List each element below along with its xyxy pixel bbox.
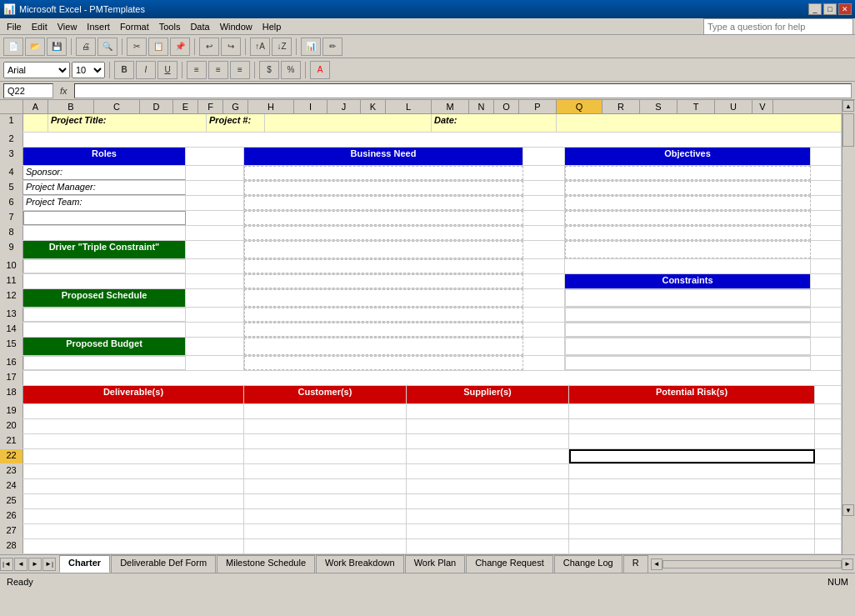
col-header-b[interactable]: B <box>48 100 94 113</box>
col-header-q[interactable]: Q <box>557 100 602 113</box>
cell-constraint16[interactable] <box>565 356 811 370</box>
cell-sup21[interactable] <box>407 434 569 448</box>
cell-sup24[interactable] <box>407 479 569 493</box>
cell-business6[interactable] <box>244 196 523 210</box>
col-header-o[interactable]: O <box>494 100 519 113</box>
col-header-s[interactable]: S <box>640 100 678 113</box>
tab-first-button[interactable]: |◄ <box>0 558 13 571</box>
tab-work-breakdown[interactable]: Work Breakdown <box>316 555 404 573</box>
cell-v19[interactable] <box>815 404 842 418</box>
scroll-up-button[interactable]: ▲ <box>842 100 854 112</box>
col-header-u[interactable]: U <box>715 100 752 113</box>
cell-a14[interactable] <box>23 323 186 337</box>
tab-work-plan[interactable]: Work Plan <box>405 555 466 573</box>
cell-q1-date[interactable]: Date: <box>432 114 557 132</box>
cell-del22[interactable] <box>23 449 244 463</box>
cell-sup25[interactable] <box>407 494 569 508</box>
cell-sponsor[interactable]: Sponsor: <box>23 166 186 180</box>
cell-p4[interactable] <box>523 166 565 180</box>
scroll-thumb[interactable] <box>842 113 854 147</box>
maximize-button[interactable]: □ <box>823 3 837 15</box>
cell-v23[interactable] <box>815 464 842 478</box>
cell-suppliers-header[interactable]: Supplier(s) <box>407 386 569 403</box>
cell-d4[interactable] <box>186 166 244 180</box>
cell-del20[interactable] <box>23 419 244 433</box>
open-button[interactable]: 📂 <box>25 38 45 56</box>
cell-b1-project-title[interactable]: Project Title: <box>48 114 207 132</box>
cell-objectives-header[interactable]: Objectives <box>565 148 811 165</box>
cell-risk20[interactable] <box>569 419 815 433</box>
cell-pm[interactable]: Project Manager: <box>23 181 186 195</box>
scroll-left-button[interactable]: ◄ <box>651 558 662 570</box>
cell-business13[interactable] <box>244 308 523 322</box>
print-button[interactable]: 🖨 <box>76 38 96 56</box>
cell-p12[interactable] <box>523 289 565 307</box>
cell-budget-header[interactable]: Proposed Budget <box>23 338 186 355</box>
cell-constraint14[interactable] <box>565 323 811 337</box>
cell-p15[interactable] <box>523 338 565 355</box>
cell-driver-header[interactable]: Driver "Triple Constraint" <box>23 241 186 258</box>
cell-p14[interactable] <box>523 323 565 337</box>
cell-p13[interactable] <box>523 308 565 322</box>
menu-edit[interactable]: Edit <box>27 21 52 33</box>
cell-d3[interactable] <box>186 148 244 165</box>
horizontal-scrollbar[interactable]: ◄ ► <box>649 555 855 573</box>
cell-d6[interactable] <box>186 196 244 210</box>
cell-sup28[interactable] <box>407 539 569 553</box>
cell-sup27[interactable] <box>407 524 569 538</box>
cell-business8[interactable] <box>244 226 523 240</box>
cell-d13[interactable] <box>186 308 244 322</box>
cell-del26[interactable] <box>23 509 244 523</box>
col-header-p[interactable]: P <box>519 100 557 113</box>
sort-desc-button[interactable]: ↓Z <box>272 38 292 56</box>
cell-cust20[interactable] <box>244 419 407 433</box>
cell-a1[interactable] <box>23 114 48 132</box>
cell-v10[interactable] <box>811 259 842 273</box>
cell-del21[interactable] <box>23 434 244 448</box>
tab-deliverable-def-form[interactable]: Deliverable Def Form <box>111 555 216 573</box>
col-header-a[interactable]: A <box>23 100 48 113</box>
cell-v6[interactable] <box>811 196 842 210</box>
vertical-scrollbar[interactable]: ▲ ▼ <box>842 100 855 554</box>
cell-p10[interactable] <box>523 259 565 273</box>
cell-v11[interactable] <box>811 274 842 288</box>
font-family-select[interactable]: Arial <box>3 62 70 78</box>
cell-p8[interactable] <box>523 226 565 240</box>
currency-button[interactable]: $ <box>259 61 279 79</box>
cell-d14[interactable] <box>186 323 244 337</box>
cell-v22[interactable] <box>815 449 842 463</box>
cell-risk27[interactable] <box>569 524 815 538</box>
col-header-c[interactable]: C <box>94 100 140 113</box>
cell-risk25[interactable] <box>569 494 815 508</box>
cell-constraints-header[interactable]: Constraints <box>565 274 811 288</box>
cell-reference[interactable]: Q22 <box>3 83 53 98</box>
cell-team[interactable]: Project Team: <box>23 196 186 210</box>
cell-risk24[interactable] <box>569 479 815 493</box>
cell-obj7[interactable] <box>565 211 811 225</box>
cell-business16[interactable] <box>244 356 523 370</box>
cell-sup19[interactable] <box>407 404 569 418</box>
cell-sup23[interactable] <box>407 464 569 478</box>
menu-insert[interactable]: Insert <box>82 21 115 33</box>
cell-constraint12[interactable] <box>565 289 811 307</box>
new-button[interactable]: 📄 <box>3 38 23 56</box>
cell-constraint13[interactable] <box>565 308 811 322</box>
drawing-button[interactable]: ✏ <box>322 38 342 56</box>
chart-button[interactable]: 📊 <box>301 38 321 56</box>
cell-v14[interactable] <box>811 323 842 337</box>
cell-roles-header[interactable]: Roles <box>23 148 186 165</box>
col-header-l[interactable]: L <box>386 100 432 113</box>
cell-v25[interactable] <box>815 494 842 508</box>
sort-asc-button[interactable]: ↑A <box>250 38 270 56</box>
cell-a13[interactable] <box>23 308 186 322</box>
menu-format[interactable]: Format <box>115 21 154 33</box>
cell-p16[interactable] <box>523 356 565 370</box>
cell-cust24[interactable] <box>244 479 407 493</box>
cell-del28[interactable] <box>23 539 244 553</box>
cell-business-need-header[interactable]: Business Need <box>244 148 523 165</box>
cell-v20[interactable] <box>815 419 842 433</box>
cell-v8[interactable] <box>811 226 842 240</box>
align-center-button[interactable]: ≡ <box>208 61 228 79</box>
cell-v13[interactable] <box>811 308 842 322</box>
cell-sup26[interactable] <box>407 509 569 523</box>
